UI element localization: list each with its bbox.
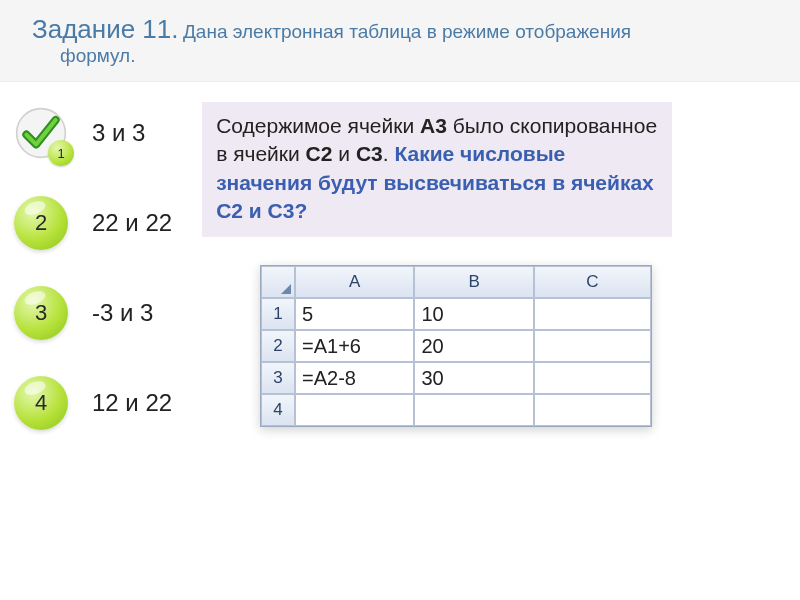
option-label-3: -3 и 3 bbox=[92, 299, 153, 327]
q-cell-c3: С3 bbox=[356, 142, 383, 165]
option-label-4: 12 и 22 bbox=[92, 389, 172, 417]
option-badge-2: 2 bbox=[14, 196, 68, 250]
q-cell-c2: С2 bbox=[306, 142, 333, 165]
cell-c4[interactable] bbox=[534, 394, 651, 426]
col-header-a[interactable]: A bbox=[295, 266, 414, 298]
cell-c1[interactable] bbox=[534, 298, 651, 330]
row-header-4[interactable]: 4 bbox=[261, 394, 295, 426]
cell-b3[interactable]: 30 bbox=[414, 362, 533, 394]
col-header-b[interactable]: B bbox=[414, 266, 533, 298]
option-3[interactable]: 3 -3 и 3 bbox=[14, 286, 172, 340]
question-text: Содержимое ячейки А3 было скопированное … bbox=[202, 102, 672, 237]
row-header-1[interactable]: 1 bbox=[261, 298, 295, 330]
option-2[interactable]: 2 22 и 22 bbox=[14, 196, 172, 250]
select-all-corner[interactable] bbox=[261, 266, 295, 298]
cell-b4[interactable] bbox=[414, 394, 533, 426]
cell-b2[interactable]: 20 bbox=[414, 330, 533, 362]
cell-b1[interactable]: 10 bbox=[414, 298, 533, 330]
checkmark-icon: 1 bbox=[14, 106, 68, 160]
option-4[interactable]: 4 12 и 22 bbox=[14, 376, 172, 430]
cell-a4[interactable] bbox=[295, 394, 414, 426]
option-label-2: 22 и 22 bbox=[92, 209, 172, 237]
option-badge-1: 1 bbox=[48, 140, 74, 166]
task-title-text-1: Дана электронная таблица в режиме отобра… bbox=[183, 21, 631, 42]
q-t3: и bbox=[332, 142, 355, 165]
q-t4: . bbox=[383, 142, 395, 165]
row-header-3[interactable]: 3 bbox=[261, 362, 295, 394]
task-title-text-2: формул. bbox=[60, 45, 136, 66]
q-t1: Содержимое ячейки bbox=[216, 114, 420, 137]
answer-options: 1 3 и 3 2 22 и 22 3 -3 и 3 4 12 и 22 bbox=[14, 102, 172, 430]
cell-a2[interactable]: =A1+6 bbox=[295, 330, 414, 362]
task-header: Задание 11. Дана электронная таблица в р… bbox=[0, 0, 800, 82]
option-badge-3: 3 bbox=[14, 286, 68, 340]
option-badge-4: 4 bbox=[14, 376, 68, 430]
option-number-3: 3 bbox=[35, 300, 47, 326]
option-number-2: 2 bbox=[35, 210, 47, 236]
task-title-number: Задание 11. bbox=[32, 14, 179, 44]
cell-a3[interactable]: =A2-8 bbox=[295, 362, 414, 394]
spreadsheet: A B C 1 5 10 2 =A1+6 20 3 =A2-8 30 bbox=[260, 265, 652, 427]
cell-a1[interactable]: 5 bbox=[295, 298, 414, 330]
option-1[interactable]: 1 3 и 3 bbox=[14, 106, 172, 160]
cell-c3[interactable] bbox=[534, 362, 651, 394]
cell-c2[interactable] bbox=[534, 330, 651, 362]
option-label-1: 3 и 3 bbox=[92, 119, 145, 147]
q-cell-a3: А3 bbox=[420, 114, 447, 137]
option-number-1: 1 bbox=[57, 146, 64, 161]
col-header-c[interactable]: C bbox=[534, 266, 651, 298]
row-header-2[interactable]: 2 bbox=[261, 330, 295, 362]
option-number-4: 4 bbox=[35, 390, 47, 416]
